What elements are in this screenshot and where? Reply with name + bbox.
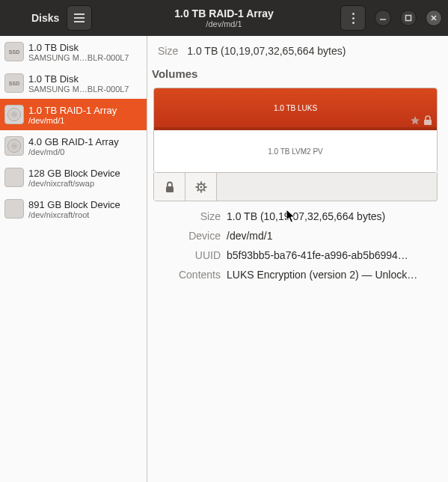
lock-volume-button[interactable] xyxy=(154,173,185,201)
minimize-icon xyxy=(379,14,387,22)
raid-icon xyxy=(4,136,24,156)
sidebar-item-subtitle: SAMSUNG M…BLR-000L7 xyxy=(28,85,142,94)
sidebar-item-0[interactable]: SSD1.0 TB DiskSAMSUNG M…BLR-000L7 xyxy=(0,36,147,67)
sidebar-item-subtitle: /dev/nixcraft/root xyxy=(28,210,142,219)
app-title: Disks xyxy=(31,12,59,24)
info-size-value: 1.0 TB (10,19,07,32,65,664 bytes) xyxy=(227,210,438,222)
info-contents-label: Contents xyxy=(153,269,221,281)
volume-info: Size 1.0 TB (10,19,07,32,65,664 bytes) D… xyxy=(153,210,438,281)
svg-marker-4 xyxy=(411,116,420,125)
maximize-button[interactable] xyxy=(400,10,417,26)
close-icon xyxy=(430,14,438,22)
sidebar-item-subtitle: SAMSUNG M…BLR-000L7 xyxy=(28,53,142,62)
info-uuid-value: b5f93bb5-ba76-41fe-a996-ab5b6994… xyxy=(227,249,438,261)
svg-rect-1 xyxy=(406,16,411,21)
svg-line-13 xyxy=(197,183,198,184)
minimize-button[interactable] xyxy=(375,10,391,26)
info-device-value: /dev/md/1 xyxy=(227,230,438,242)
kebab-icon xyxy=(352,13,355,24)
volume-lvm-label: 1.0 TB LVM2 PV xyxy=(268,147,323,156)
hamburger-icon xyxy=(74,13,85,22)
sidebar-item-title: 891 GB Block Device xyxy=(28,199,142,210)
sidebar-item-subtitle: /dev/nixcraft/swap xyxy=(28,179,142,188)
volume-partition-luks[interactable]: 1.0 TB LUKS xyxy=(154,88,437,130)
info-contents-value: LUKS Encryption (version 2) — Unlock… xyxy=(227,269,438,281)
sidebar-item-3[interactable]: 4.0 GB RAID-1 Array/dev/md/0 xyxy=(0,130,147,162)
device-size-row: Size 1.0 TB (10,19,07,32,65,664 bytes) xyxy=(158,45,438,57)
size-value: 1.0 TB (10,19,07,32,65,664 bytes) xyxy=(187,45,346,57)
svg-line-16 xyxy=(197,189,198,191)
gear-icon xyxy=(195,181,207,193)
sidebar-item-title: 1.0 TB RAID-1 Array xyxy=(28,105,142,116)
content-area: Size 1.0 TB (10,19,07,32,65,664 bytes) V… xyxy=(147,36,448,482)
size-label: Size xyxy=(158,45,178,57)
svg-rect-5 xyxy=(424,120,432,125)
svg-line-15 xyxy=(203,183,205,184)
sidebar-item-title: 4.0 GB RAID-1 Array xyxy=(28,136,142,147)
info-device-label: Device xyxy=(153,230,221,242)
volume-partition-lvm[interactable]: 1.0 TB LVM2 PV xyxy=(154,130,437,172)
sidebar-item-subtitle: /dev/md/1 xyxy=(28,116,142,125)
padlock-icon xyxy=(165,181,175,193)
more-actions-button[interactable] xyxy=(340,5,366,31)
volume-diagram: 1.0 TB LUKS 1.0 TB LVM2 PV xyxy=(153,88,438,173)
header-subtitle: /dev/md/1 xyxy=(142,19,307,29)
raid-icon xyxy=(4,105,24,124)
header-title: 1.0 TB RAID-1 Array xyxy=(142,7,307,19)
svg-line-14 xyxy=(203,189,205,191)
sidebar-item-1[interactable]: SSD1.0 TB DiskSAMSUNG M…BLR-000L7 xyxy=(0,67,147,99)
volume-toolbar xyxy=(153,173,438,201)
sidebar-item-subtitle: /dev/md/0 xyxy=(28,147,142,156)
device-sidebar: SSD1.0 TB DiskSAMSUNG M…BLR-000L7SSD1.0 … xyxy=(0,36,147,482)
titlebar: Disks 1.0 TB RAID-1 Array /dev/md/1 xyxy=(0,0,448,36)
volume-settings-button[interactable] xyxy=(185,173,217,201)
block-icon xyxy=(4,199,24,219)
volume-luks-label: 1.0 TB LUKS xyxy=(274,104,317,112)
block-icon xyxy=(4,168,24,187)
sidebar-item-title: 1.0 TB Disk xyxy=(28,73,142,85)
lock-icon xyxy=(423,115,432,126)
sidebar-item-2[interactable]: 1.0 TB RAID-1 Array/dev/md/1 xyxy=(0,99,147,130)
maximize-icon xyxy=(405,14,412,22)
info-uuid-label: UUID xyxy=(153,249,221,261)
volumes-heading: Volumes xyxy=(152,67,438,80)
drive-menu-button[interactable] xyxy=(67,5,92,31)
sidebar-item-5[interactable]: 891 GB Block Device/dev/nixcraft/root xyxy=(0,193,147,225)
close-button[interactable] xyxy=(426,10,442,26)
info-size-label: Size xyxy=(153,210,221,222)
ssd-icon: SSD xyxy=(4,73,24,93)
star-icon xyxy=(410,115,420,126)
sidebar-item-title: 1.0 TB Disk xyxy=(28,42,142,53)
header-center: 1.0 TB RAID-1 Array /dev/md/1 xyxy=(142,7,307,29)
svg-rect-6 xyxy=(166,186,174,192)
ssd-icon: SSD xyxy=(4,42,24,61)
svg-point-8 xyxy=(200,186,202,188)
sidebar-item-title: 128 GB Block Device xyxy=(28,168,142,179)
sidebar-item-4[interactable]: 128 GB Block Device/dev/nixcraft/swap xyxy=(0,162,147,193)
